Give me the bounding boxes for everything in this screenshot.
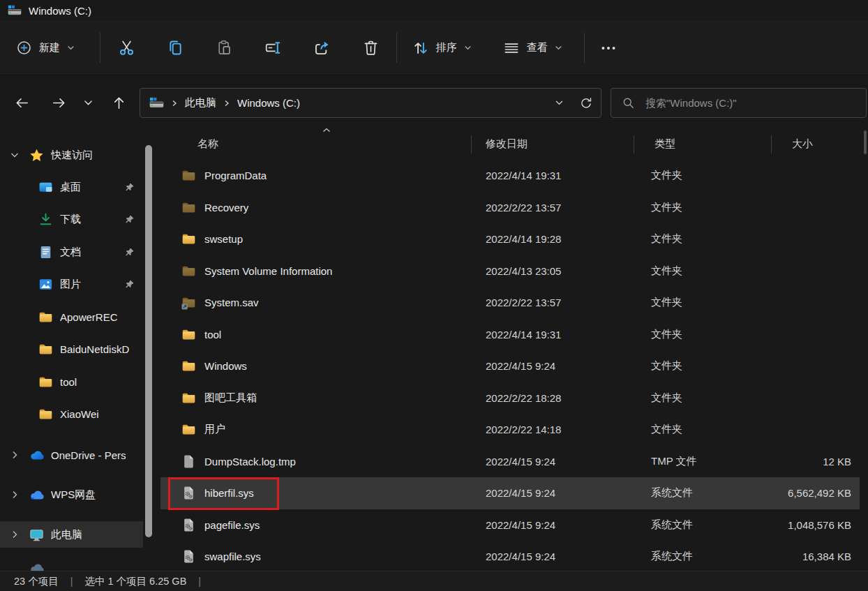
table-row[interactable]: 图吧工具箱2022/2/22 18:28文件夹 <box>160 382 860 414</box>
name-cell: 用户 <box>160 422 478 437</box>
table-row[interactable]: System Volume Information2022/4/13 23:05… <box>160 255 860 287</box>
column-separator[interactable] <box>471 135 472 154</box>
sort-button[interactable]: 排序 <box>412 33 472 63</box>
paste-button[interactable] <box>215 33 234 63</box>
copy-button[interactable] <box>166 33 185 63</box>
table-row[interactable]: System.sav2022/2/22 13:57文件夹 <box>160 287 860 319</box>
table-row[interactable]: 用户2022/2/22 14:18文件夹 <box>160 414 860 446</box>
file-name: swapfile.sys <box>204 551 261 562</box>
sidebar-item[interactable]: 此电脑 <box>0 521 143 548</box>
file-type: TMP 文件 <box>641 455 778 468</box>
delete-button[interactable] <box>361 33 380 63</box>
sidebar-item[interactable]: 快速访问 <box>0 142 143 168</box>
content-scrollbar[interactable] <box>864 130 867 154</box>
file-date: 2022/2/22 14:18 <box>478 424 641 435</box>
sidebar-item[interactable]: OneDrive - Pers <box>0 442 143 468</box>
file-type: 文件夹 <box>641 359 778 373</box>
file-name: 用户 <box>204 423 225 436</box>
back-button[interactable] <box>9 90 34 115</box>
file-name: 图吧工具箱 <box>204 391 257 405</box>
more-options-button[interactable] <box>599 33 618 63</box>
sidebar-item-label: 图片 <box>60 278 81 291</box>
table-row[interactable]: ProgramData2022/4/14 19:31文件夹 <box>160 160 860 192</box>
table-row[interactable]: Windows2022/4/15 9:24文件夹 <box>160 350 860 382</box>
pin-icon <box>124 279 135 290</box>
column-header-size[interactable]: 大小 <box>778 137 860 151</box>
search-input[interactable] <box>644 96 866 110</box>
folder-icon <box>181 327 196 342</box>
sidebar-item[interactable]: 文档 <box>0 239 143 265</box>
star-icon <box>29 148 43 162</box>
file-date: 2022/2/22 13:57 <box>478 297 641 308</box>
pin-icon <box>124 247 135 257</box>
up-button[interactable] <box>106 90 131 115</box>
sidebar-item[interactable]: BaiduNetdiskD <box>0 336 143 362</box>
chevron-down-icon[interactable] <box>9 149 20 160</box>
chevron-right-icon <box>223 99 231 107</box>
folder-icon <box>38 310 52 324</box>
share-button[interactable] <box>313 33 331 63</box>
sort-ascending-caret-icon <box>322 127 331 133</box>
column-separator[interactable] <box>634 135 634 154</box>
scissors-cut-icon <box>117 38 136 57</box>
breadcrumb-this-pc[interactable]: 此电脑 <box>185 96 216 110</box>
drive-icon <box>8 5 22 16</box>
chevron-down-icon <box>463 43 472 52</box>
file-list-pane: 名称 修改日期 类型 大小 ProgramData2022/4/14 19:31… <box>160 129 868 571</box>
breadcrumb-windows-c[interactable]: Windows (C:) <box>237 97 300 109</box>
toolbar-divider <box>100 33 100 63</box>
file-type: 系统文件 <box>641 518 778 532</box>
status-divider: | <box>198 576 201 587</box>
recent-locations-button[interactable] <box>75 90 100 115</box>
sidebar-item-label: WPS网盘 <box>51 488 96 502</box>
sidebar-item[interactable]: tool <box>0 368 143 395</box>
sidebar-item[interactable]: 图片 <box>0 271 143 297</box>
table-row[interactable]: swapfile.sys2022/4/15 9:24系统文件16,384 KB <box>160 541 860 573</box>
wps-icon <box>29 488 43 502</box>
file-size: 16,384 KB <box>778 551 860 562</box>
chevron-right-icon[interactable] <box>9 449 20 461</box>
table-row[interactable]: Recovery2022/2/22 13:57文件夹 <box>160 192 860 224</box>
toolbar-divider <box>584 33 585 63</box>
view-button[interactable]: 查看 <box>502 33 563 63</box>
file-date: 2022/4/15 9:24 <box>478 360 641 372</box>
folder-icon <box>181 422 196 437</box>
sidebar-scrollbar[interactable] <box>145 145 152 537</box>
column-separator[interactable] <box>771 135 772 154</box>
table-row[interactable]: pagefile.sys2022/4/15 9:24系统文件1,048,576 … <box>160 509 860 541</box>
forward-button[interactable] <box>46 90 71 115</box>
column-header-date[interactable]: 修改日期 <box>478 137 641 151</box>
sidebar-item[interactable]: 下载 <box>0 206 143 232</box>
column-header-name[interactable]: 名称 <box>160 137 478 151</box>
file-explorer-window: Windows (C:) 新建 <box>0 0 868 591</box>
file-date: 2022/4/14 19:31 <box>478 329 641 341</box>
chevron-right-icon[interactable] <box>9 489 20 500</box>
window-title: Windows (C:) <box>29 5 91 17</box>
status-selection: 选中 1 个项目 6.25 GB <box>84 575 186 588</box>
sidebar-item[interactable]: WPS网盘 <box>0 481 143 508</box>
file-date: 2022/4/14 19:28 <box>478 233 641 245</box>
column-header-row: 名称 修改日期 类型 大小 <box>160 129 860 159</box>
column-header-type[interactable]: 类型 <box>641 137 778 151</box>
cut-button[interactable] <box>117 33 136 63</box>
file-icon <box>181 454 196 469</box>
sysfile-icon <box>181 518 196 532</box>
table-row[interactable]: tool2022/4/14 19:31文件夹 <box>160 319 860 351</box>
sidebar-item[interactable]: XiaoWei <box>0 401 143 427</box>
table-row[interactable]: swsetup2022/4/14 19:28文件夹 <box>160 223 860 255</box>
file-type: 系统文件 <box>641 486 778 500</box>
address-bar[interactable]: 此电脑 Windows (C:) <box>140 88 601 118</box>
rename-button[interactable] <box>264 33 283 63</box>
chevron-right-icon[interactable] <box>9 529 20 540</box>
address-row: 此电脑 Windows (C:) <box>0 76 868 129</box>
sidebar-item[interactable]: ApowerREC <box>0 304 143 330</box>
view-button-label: 查看 <box>527 41 548 54</box>
file-name: pagefile.sys <box>204 519 260 531</box>
address-dropdown-button[interactable] <box>548 93 569 114</box>
refresh-button[interactable] <box>576 93 597 114</box>
new-button[interactable]: 新建 <box>15 33 75 63</box>
table-row[interactable]: DumpStack.log.tmp2022/4/15 9:24TMP 文件12 … <box>160 446 860 478</box>
sidebar-item[interactable]: 桌面 <box>0 174 143 200</box>
table-row[interactable]: hiberfil.sys2022/4/15 9:24系统文件6,562,492 … <box>160 477 860 509</box>
title-bar: Windows (C:) <box>0 0 868 21</box>
